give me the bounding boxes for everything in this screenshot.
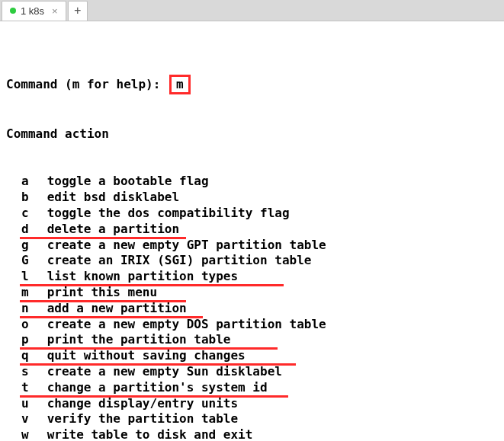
menu-row: screate a new empty Sun disklabel [6, 364, 498, 380]
menu-key: a [6, 174, 29, 190]
menu-key: l [6, 269, 29, 285]
menu-header: Command action [6, 126, 498, 142]
menu-row: llist known partition types [6, 269, 498, 285]
close-icon[interactable]: × [52, 5, 58, 17]
menu-text: change a partition's system id [47, 380, 268, 395]
prompt-text: Command (m for help): [6, 77, 168, 91]
menu-text: toggle the dos compatibility flag [47, 206, 290, 220]
typed-input-highlight: m [169, 75, 191, 95]
menu-key: m [6, 285, 29, 301]
menu-row: nadd a new partition [6, 301, 498, 317]
menu-row: pprint the partition table [6, 332, 498, 348]
menu-key: g [6, 238, 29, 254]
command-menu: atoggle a bootable flagbedit bsd disklab… [6, 174, 498, 441]
command-prompt-row: Command (m for help): m [6, 75, 498, 95]
menu-row: bedit bsd disklabel [6, 190, 498, 206]
menu-row: uchange display/entry units [6, 396, 498, 412]
menu-text: quit without saving changes [47, 348, 246, 363]
menu-key: t [6, 380, 29, 396]
menu-row: ctoggle the dos compatibility flag [6, 206, 498, 222]
menu-row: atoggle a bootable flag [6, 174, 498, 190]
terminal-output[interactable]: Command (m for help): m Command action a… [0, 21, 504, 441]
tab-bar: 1 k8s × + [0, 0, 504, 21]
menu-row: ddelete a partition [6, 222, 498, 238]
status-dot-icon [10, 8, 16, 14]
menu-key: d [6, 222, 29, 238]
menu-key: s [6, 364, 29, 380]
plus-icon: + [74, 4, 81, 18]
menu-text: print this menu [47, 285, 158, 299]
menu-text: verify the partition table [47, 411, 238, 426]
menu-text: edit bsd disklabel [47, 190, 179, 204]
menu-row: Gcreate an IRIX (SGI) partition table [6, 253, 498, 269]
menu-key: u [6, 396, 29, 412]
menu-text: create a new empty Sun disklabel [47, 364, 282, 379]
menu-key: w [6, 427, 29, 441]
menu-row: gcreate a new empty GPT partition table [6, 238, 498, 254]
menu-row: ocreate a new empty DOS partition table [6, 317, 498, 333]
menu-row: wwrite table to disk and exit [6, 427, 498, 441]
menu-key: p [6, 332, 29, 348]
new-tab-button[interactable]: + [68, 1, 88, 21]
menu-row: mprint this menu [6, 285, 498, 301]
menu-text: create an IRIX (SGI) partition table [47, 253, 312, 267]
menu-row: tchange a partition's system id [6, 380, 498, 396]
menu-text: create a new empty DOS partition table [47, 317, 326, 331]
menu-key: c [6, 206, 29, 222]
menu-row: qquit without saving changes [6, 348, 498, 364]
menu-key: o [6, 317, 29, 333]
menu-key: b [6, 190, 29, 206]
menu-text: list known partition types [47, 269, 238, 283]
menu-text: add a new partition [47, 301, 187, 315]
tab-label: 1 k8s [21, 5, 44, 17]
menu-text: print the partition table [47, 332, 231, 347]
menu-key: v [6, 411, 29, 427]
menu-text: delete a partition [47, 222, 179, 236]
menu-text: change display/entry units [47, 396, 238, 411]
tab-active[interactable]: 1 k8s × [2, 1, 66, 21]
menu-key: n [6, 301, 29, 317]
menu-key: G [6, 253, 29, 269]
menu-row: vverify the partition table [6, 411, 498, 427]
menu-text: write table to disk and exit [47, 427, 253, 441]
menu-key: q [6, 348, 29, 364]
menu-text: toggle a bootable flag [47, 174, 209, 188]
menu-text: create a new empty GPT partition table [47, 238, 326, 252]
